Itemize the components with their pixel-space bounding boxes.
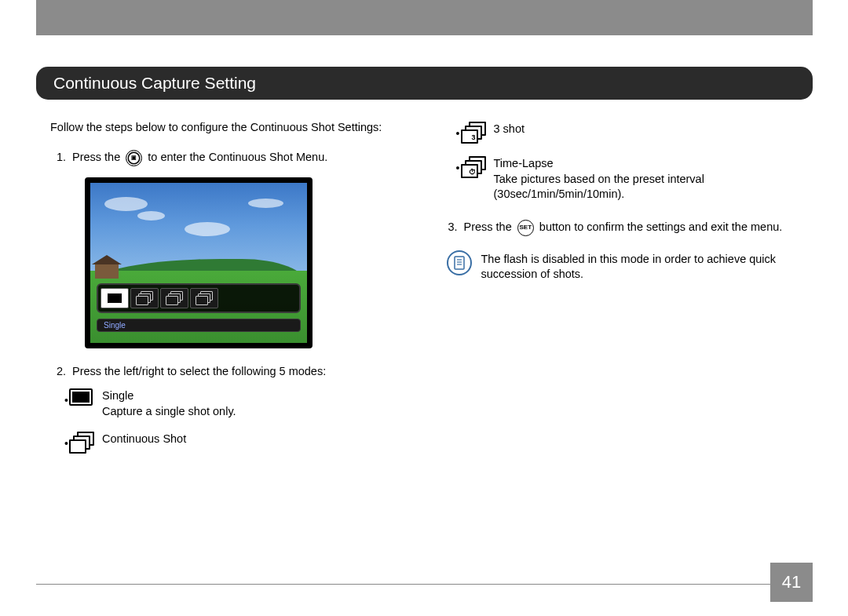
- mode-label: Single: [97, 319, 301, 332]
- step-1: 1. Press the ▣ to enter the Continuous S…: [50, 150, 408, 166]
- step-2: 2. Press the left/right to select the fo…: [50, 364, 408, 380]
- mode-bar: [97, 283, 301, 313]
- mode-option-continuous: [130, 288, 159, 308]
- step1-text-post: to enter the Continuous Shot Menu.: [148, 151, 327, 163]
- mode-timelapse-desc: Take pictures based on the preset interv…: [494, 172, 799, 202]
- continuous-button-icon: ▣: [126, 150, 142, 166]
- mode-3shot-label: 3 shot: [494, 122, 799, 137]
- note-text: The flash is disabled in this mode in or…: [481, 250, 799, 282]
- mode-item-3shot: • 3 3 shot: [456, 120, 799, 144]
- step1-text-pre: Press the: [72, 151, 120, 163]
- continuous-icon: [69, 430, 102, 454]
- page-number: 41: [770, 563, 813, 602]
- mode-single-desc: Capture a single shot only.: [102, 404, 408, 420]
- step-number: 3.: [442, 220, 464, 236]
- single-icon: [69, 387, 102, 406]
- mode-option-single: [101, 288, 129, 308]
- mode-option-timelapse: [190, 288, 218, 308]
- section-title: Continuous Capture Setting: [36, 67, 813, 100]
- three-shot-icon: 3: [461, 120, 494, 144]
- step2-text: Press the left/right to select the follo…: [72, 364, 408, 380]
- intro-text: Follow the steps below to configure the …: [50, 120, 408, 136]
- step-number: 2.: [50, 364, 72, 380]
- camera-lcd-preview: Single: [85, 177, 313, 348]
- step3-text-pre: Press the: [464, 221, 512, 233]
- step-3: 3. Press the SET button to confirm the s…: [442, 220, 799, 236]
- note-icon: [447, 250, 472, 275]
- right-column: • 3 3 shot • ⏱ Time-Lapse Take pictures …: [442, 120, 799, 465]
- mode-option-3shot: [160, 288, 188, 308]
- mode-item-timelapse: • ⏱ Time-Lapse Take pictures based on th…: [456, 155, 799, 202]
- mode-item-single: • Single Capture a single shot only.: [64, 387, 408, 419]
- header-bar: [36, 0, 813, 35]
- mode-single-label: Single: [102, 388, 408, 404]
- left-column: Follow the steps below to configure the …: [50, 120, 408, 465]
- mode-item-continuous: • Continuous Shot: [64, 430, 408, 454]
- svg-rect-0: [455, 257, 464, 269]
- mode-continuous-label: Continuous Shot: [102, 432, 408, 447]
- mode-timelapse-label: Time-Lapse: [494, 156, 799, 172]
- footer-divider: [36, 584, 813, 585]
- step-number: 1.: [50, 150, 72, 166]
- step3-text-post: button to confirm the settings and exit …: [539, 221, 783, 233]
- set-button-icon: SET: [517, 220, 534, 236]
- timelapse-icon: ⏱: [461, 155, 494, 178]
- note-block: The flash is disabled in this mode in or…: [442, 250, 799, 282]
